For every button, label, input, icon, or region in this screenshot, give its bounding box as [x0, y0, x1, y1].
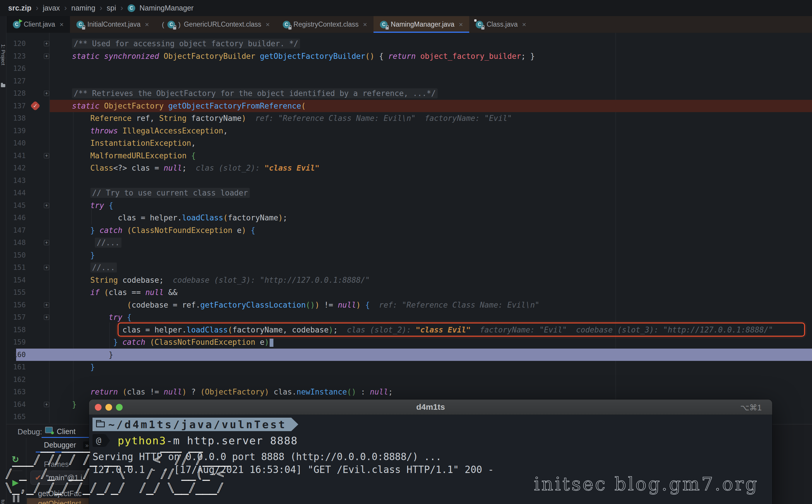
line-number[interactable]: 147 [6, 224, 26, 237]
code-line[interactable]: 120+/** Used for accessing object factor… [0, 37, 812, 50]
code-line[interactable]: 157+try { [0, 311, 812, 324]
ascii-art-overlay: __ ____ ___ __ ___/ // / /_ __ _ < // /_… [5, 438, 231, 495]
code-line[interactable]: 155if (clas == null && [0, 286, 812, 299]
fold-icon[interactable]: + [44, 265, 49, 270]
line-number[interactable]: 154 [6, 274, 26, 287]
line-number[interactable]: 161 [6, 361, 26, 373]
pause-icon[interactable] [13, 495, 19, 502]
tab-class-java[interactable]: CClass.java× [469, 16, 532, 33]
code-line[interactable]: 147} catch (ClassNotFoundException e) { [0, 224, 812, 237]
code-line[interactable]: 163return (clas != null) ? (ObjectFactor… [0, 386, 812, 398]
run-badge-icon [19, 19, 23, 23]
tool-button-structure[interactable]: ture [0, 500, 6, 504]
code-line[interactable]: 138Reference ref, String factoryName) re… [0, 112, 812, 125]
tab-initialcontext-java[interactable]: CInitialContext.java× [70, 16, 155, 33]
tab-namingmanager-java[interactable]: CNamingManager.java× [374, 16, 469, 33]
line-number[interactable]: 126 [6, 62, 26, 75]
line-number[interactable]: 137 [6, 100, 26, 112]
fold-icon[interactable]: + [44, 153, 49, 158]
code-text: /** Retrieves the ObjectFactory for the … [72, 87, 438, 100]
fold-icon[interactable]: + [44, 203, 49, 208]
code-line[interactable]: 140InstantiationException, [0, 137, 812, 150]
terminal-title-bar[interactable]: d4m1ts ⌥⌘1 [89, 400, 772, 415]
stack-frame-label: getObjectInst [38, 499, 81, 504]
line-number[interactable]: 145 [6, 199, 26, 212]
code-line[interactable]: 143 [0, 174, 812, 187]
code-line[interactable]: 123+static synchronized ObjectFactoryBui… [0, 50, 812, 63]
line-number[interactable]: 139 [6, 125, 26, 137]
code-line[interactable]: 159} catch (ClassNotFoundException e) [0, 336, 812, 349]
code-line[interactable]: 137static ObjectFactory getObjectFactory… [0, 100, 812, 112]
line-number[interactable]: 120 [6, 37, 26, 50]
code-line[interactable]: 142Class<?> clas = null; clas (slot_2): … [0, 162, 812, 174]
line-number[interactable]: 140 [6, 137, 26, 150]
fold-icon[interactable]: + [44, 91, 49, 96]
line-number[interactable]: 155 [6, 286, 26, 299]
code-line[interactable]: 160} [0, 349, 812, 361]
code-line[interactable]: 151+//... [0, 261, 812, 274]
code-line[interactable]: 150} [0, 249, 812, 262]
line-number[interactable]: 164 [6, 398, 26, 411]
code-line[interactable]: 127 [0, 75, 812, 88]
tab-genericurlcontext-class[interactable]: (C)GenericURLContext.class× [155, 16, 276, 33]
tab-registrycontext-class[interactable]: CRegistryContext.class× [276, 16, 374, 33]
fold-icon[interactable]: + [44, 302, 49, 308]
fold-icon[interactable]: + [44, 402, 49, 407]
code-line[interactable]: 162 [0, 373, 812, 386]
breadcrumb-item-javax[interactable]: javax [43, 4, 60, 12]
fold-icon[interactable]: + [44, 54, 49, 59]
folder-icon [96, 421, 105, 427]
line-number[interactable]: 160 [6, 349, 26, 361]
line-number[interactable]: 144 [6, 187, 26, 199]
line-number[interactable]: 148 [6, 236, 26, 249]
close-icon[interactable]: × [145, 20, 149, 29]
cwd-path: ~/d4m1ts/java/vulnTest [108, 419, 287, 431]
code-line[interactable]: 141+MalformedURLException { [0, 150, 812, 162]
line-number[interactable]: 123 [6, 50, 26, 63]
code-line[interactable]: 146clas = helper.loadClass(factoryName); [0, 212, 812, 224]
code-line[interactable]: 148+//... [0, 236, 812, 249]
fold-icon[interactable]: + [44, 240, 49, 245]
code-line[interactable]: 145+try { [0, 199, 812, 212]
line-number[interactable]: 138 [6, 112, 26, 125]
code-line[interactable]: 161} [0, 361, 812, 373]
code-line[interactable]: 154String codebase; codebase (slot_3): "… [0, 274, 812, 287]
code-line[interactable]: 126 [0, 62, 812, 75]
code-line[interactable]: 128+/** Retrieves the ObjectFactory for … [0, 87, 812, 100]
breadcrumb-item-spi[interactable]: spi [107, 4, 116, 12]
code-editor[interactable]: 120+/** Used for accessing object factor… [6, 33, 812, 424]
line-number[interactable]: 151 [6, 261, 26, 274]
code-line[interactable]: 139throws IllegalAccessException, [0, 125, 812, 137]
breadcrumb-item-src-zip[interactable]: src.zip [8, 4, 31, 12]
line-number[interactable]: 146 [6, 212, 26, 224]
line-number[interactable]: 158 [6, 324, 26, 336]
line-number[interactable]: 128 [6, 87, 26, 100]
line-number[interactable]: 150 [6, 249, 26, 262]
close-icon[interactable]: × [459, 20, 463, 29]
code-line[interactable]: 144// Try to use current class loader [0, 187, 812, 199]
code-line[interactable]: 156+(codebase = ref.getFactoryClassLocat… [0, 299, 812, 311]
close-icon[interactable]: × [266, 20, 270, 29]
line-number[interactable]: 143 [6, 174, 26, 187]
line-number[interactable]: 142 [6, 162, 26, 174]
line-number[interactable]: 141 [6, 150, 26, 162]
tool-button-project[interactable]: 1: Project [0, 44, 6, 65]
close-icon[interactable]: × [59, 20, 64, 29]
close-icon[interactable]: × [363, 20, 367, 29]
line-number[interactable]: 127 [6, 75, 26, 88]
breadcrumb-item-naming[interactable]: naming [71, 4, 95, 12]
fold-icon[interactable]: + [44, 315, 49, 320]
line-number[interactable]: 162 [6, 373, 26, 386]
fold-icon[interactable]: + [44, 41, 49, 46]
line-number[interactable]: 163 [6, 386, 26, 398]
close-icon[interactable]: × [522, 20, 526, 29]
line-number[interactable]: 159 [6, 336, 26, 349]
line-number[interactable]: 156 [6, 299, 26, 311]
line-number[interactable]: 157 [6, 311, 26, 324]
line-number[interactable]: 165 [6, 411, 26, 423]
debug-session-tab[interactable]: Client [57, 427, 76, 436]
tab-client-java[interactable]: CClient.java× [6, 16, 70, 33]
code-line[interactable]: 158clas = helper.loadClass(factoryName, … [0, 324, 812, 336]
breadcrumb-item-class[interactable]: NamingManager [140, 4, 194, 12]
breakpoint-icon[interactable] [30, 100, 40, 111]
